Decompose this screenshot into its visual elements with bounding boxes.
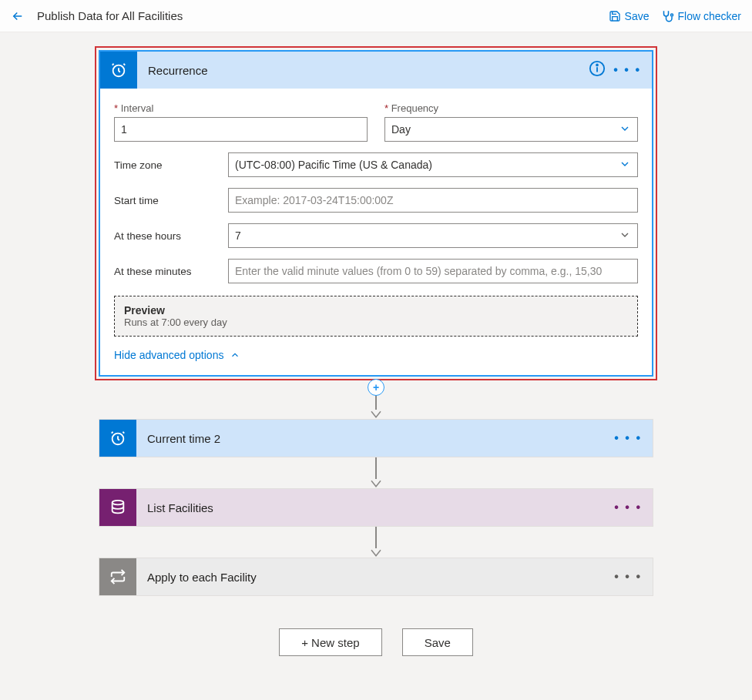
- starttime-input[interactable]: [228, 188, 638, 213]
- frequency-select[interactable]: Day: [384, 117, 638, 142]
- recurrence-card[interactable]: Recurrence • • • Interval Frequency: [99, 50, 653, 377]
- arrow-down-icon: [369, 479, 383, 488]
- svg-point-4: [596, 65, 598, 66]
- interval-input[interactable]: [114, 117, 368, 142]
- interval-label: Interval: [114, 102, 368, 114]
- preview-title: Preview: [124, 304, 628, 317]
- list-facilities-menu[interactable]: • • •: [614, 501, 642, 514]
- starttime-label: Start time: [114, 195, 228, 206]
- minutes-label: At these minutes: [114, 266, 228, 277]
- chevron-down-icon: [619, 229, 631, 243]
- hours-label: At these hours: [114, 230, 228, 242]
- chevron-down-icon: [619, 122, 631, 137]
- frequency-label: Frequency: [384, 102, 638, 114]
- apply-each-header[interactable]: Apply to each Facility • • •: [99, 558, 653, 595]
- timezone-value: (UTC-08:00) Pacific Time (US & Canada): [235, 159, 432, 171]
- new-step-button[interactable]: + New step: [279, 628, 381, 656]
- advanced-toggle-label: Hide advanced options: [114, 349, 223, 361]
- chevron-up-icon: [230, 350, 240, 360]
- footer-buttons: + New step Save: [279, 628, 473, 656]
- back-button[interactable]: [11, 9, 25, 23]
- minutes-input[interactable]: [228, 259, 638, 283]
- apply-each-menu[interactable]: • • •: [614, 570, 642, 584]
- frequency-value: Day: [391, 123, 411, 136]
- arrow-left-icon: [11, 9, 25, 23]
- database-icon: [99, 489, 136, 526]
- preview-box: Preview Runs at 7:00 every day: [114, 296, 638, 337]
- recurrence-header[interactable]: Recurrence • • •: [100, 52, 652, 89]
- add-step-button[interactable]: +: [368, 379, 384, 396]
- arrow-down-icon: [369, 410, 383, 419]
- connector-plus: +: [368, 380, 384, 419]
- save-button-bottom[interactable]: Save: [402, 628, 473, 656]
- svg-point-6: [112, 501, 124, 505]
- timezone-select[interactable]: (UTC-08:00) Pacific Time (US & Canada): [228, 152, 638, 177]
- current-time-header[interactable]: Current time 2 • • •: [99, 420, 653, 457]
- connector: [369, 457, 383, 488]
- preview-desc: Runs at 7:00 every day: [124, 317, 628, 328]
- stethoscope-icon: [660, 9, 674, 23]
- hide-advanced-toggle[interactable]: Hide advanced options: [100, 337, 652, 375]
- recurrence-menu[interactable]: • • •: [613, 63, 641, 77]
- apply-each-title: Apply to each Facility: [147, 571, 257, 584]
- current-time-menu[interactable]: • • •: [614, 431, 642, 445]
- clock-icon: [99, 420, 136, 457]
- list-facilities-header[interactable]: List Facilities • • •: [99, 489, 653, 526]
- svg-point-0: [670, 14, 673, 16]
- chevron-down-icon: [619, 158, 631, 172]
- top-bar: Publish Data for All Facilities Save Flo…: [0, 0, 752, 32]
- flow-checker-label: Flow checker: [678, 10, 741, 22]
- connector: [369, 527, 383, 558]
- current-time-title: Current time 2: [147, 432, 220, 445]
- timezone-label: Time zone: [114, 159, 228, 171]
- save-icon: [609, 10, 621, 22]
- flow-canvas: Recurrence • • • Interval Frequency: [0, 32, 752, 679]
- flow-title: Publish Data for All Facilities: [37, 9, 183, 22]
- hours-value: 7: [235, 229, 241, 242]
- current-time-card[interactable]: Current time 2 • • •: [99, 419, 653, 457]
- flow-checker-button[interactable]: Flow checker: [660, 9, 741, 23]
- save-button-top[interactable]: Save: [609, 10, 650, 22]
- highlight-box: Recurrence • • • Interval Frequency: [95, 46, 657, 380]
- recurrence-body: Interval Frequency Day Tim: [100, 89, 652, 291]
- clock-icon: [100, 52, 137, 89]
- save-label: Save: [625, 10, 650, 22]
- recurrence-title: Recurrence: [148, 64, 208, 77]
- list-facilities-card[interactable]: List Facilities • • •: [99, 488, 653, 527]
- hours-select[interactable]: 7: [228, 223, 638, 248]
- arrow-down-icon: [369, 548, 383, 558]
- list-facilities-title: List Facilities: [147, 501, 213, 514]
- apply-each-card[interactable]: Apply to each Facility • • •: [99, 558, 653, 596]
- info-icon[interactable]: [589, 60, 606, 80]
- loop-icon: [99, 558, 136, 595]
